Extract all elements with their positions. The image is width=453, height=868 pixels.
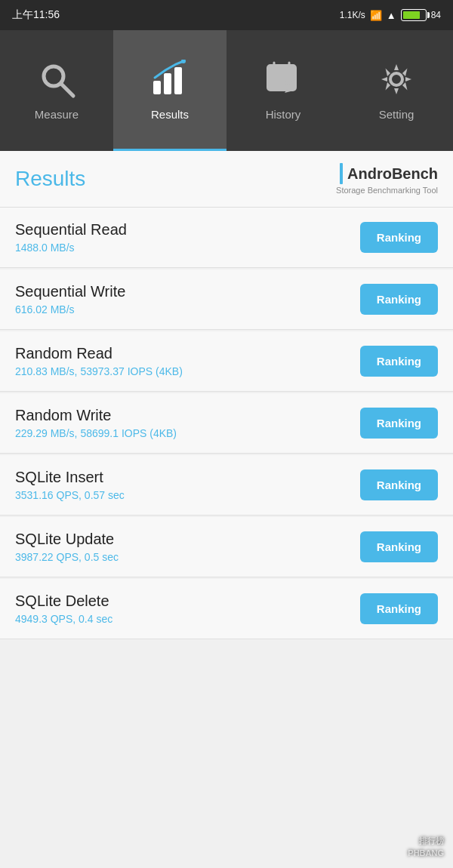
benchmark-row: Sequential Write616.02 MB/sRanking: [0, 269, 453, 330]
svg-rect-12: [273, 84, 279, 87]
benchmark-value: 3531.16 QPS, 0.57 sec: [15, 489, 125, 501]
benchmark-info: Random Read210.83 MB/s, 53973.37 IOPS (4…: [15, 345, 183, 377]
battery-indicator: [401, 9, 427, 21]
tab-setting[interactable]: Setting: [340, 30, 453, 151]
svg-rect-11: [282, 76, 288, 81]
benchmark-info: Sequential Write616.02 MB/s: [15, 283, 125, 315]
brand-name: AndroBench: [340, 163, 438, 184]
svg-rect-4: [174, 67, 182, 94]
network-speed: 1.1K/s: [340, 10, 365, 20]
benchmark-name: Random Write: [15, 407, 177, 424]
benchmark-name: Sequential Write: [15, 283, 125, 300]
tab-results[interactable]: Results: [113, 30, 226, 151]
status-bar: 上午11:56 1.1K/s 📶 ▲ 84: [0, 0, 453, 30]
benchmark-info: Sequential Read1488.0 MB/s: [15, 221, 127, 254]
status-right: 1.1K/s 📶 ▲ 84: [340, 9, 441, 21]
main-content: Results AndroBench Storage Benchmarking …: [0, 151, 453, 868]
nav-tabs: Measure Results: [0, 30, 453, 151]
ranking-button[interactable]: Ranking: [360, 222, 438, 253]
battery-fill: [403, 11, 420, 19]
brand-bar-decoration: [340, 163, 343, 184]
svg-rect-10: [273, 76, 279, 81]
ranking-button[interactable]: Ranking: [360, 593, 438, 624]
benchmark-info: Random Write229.29 MB/s, 58699.1 IOPS (4…: [15, 407, 177, 439]
ranking-button[interactable]: Ranking: [360, 346, 438, 377]
ranking-button[interactable]: Ranking: [360, 469, 438, 500]
benchmark-name: SQLite Update: [15, 531, 119, 548]
tab-history[interactable]: History: [226, 30, 340, 151]
wifi-icon: ▲: [387, 10, 396, 21]
brand-sub: Storage Benchmarking Tool: [336, 186, 438, 195]
benchmark-row: SQLite Delete4949.3 QPS, 0.4 secRanking: [0, 579, 453, 639]
benchmark-list: Sequential Read1488.0 MB/sRankingSequent…: [0, 208, 453, 639]
tab-measure[interactable]: Measure: [0, 30, 113, 151]
chart-icon: [149, 58, 191, 100]
benchmark-name: Sequential Read: [15, 221, 127, 239]
svg-rect-2: [153, 81, 161, 94]
ranking-button[interactable]: Ranking: [360, 284, 438, 315]
watermark: 排行榜 PHBANG: [408, 836, 444, 859]
tab-measure-label: Measure: [35, 108, 79, 121]
tab-history-label: History: [266, 108, 301, 121]
benchmark-row: SQLite Update3987.22 QPS, 0.5 secRanking: [0, 517, 453, 577]
benchmark-row: SQLite Insert3531.16 QPS, 0.57 secRankin…: [0, 455, 453, 516]
ranking-button[interactable]: Ranking: [360, 531, 438, 562]
benchmark-value: 1488.0 MB/s: [15, 242, 127, 254]
history-icon: [262, 58, 304, 100]
brand-block: AndroBench Storage Benchmarking Tool: [336, 163, 438, 195]
svg-point-15: [390, 73, 402, 85]
battery-percent: 84: [431, 10, 441, 20]
ranking-button[interactable]: Ranking: [360, 408, 438, 439]
benchmark-row: Random Write229.29 MB/s, 58699.1 IOPS (4…: [0, 393, 453, 454]
benchmark-value: 4949.3 QPS, 0.4 sec: [15, 613, 112, 625]
benchmark-row: Random Read210.83 MB/s, 53973.37 IOPS (4…: [0, 331, 453, 392]
benchmark-name: SQLite Delete: [15, 593, 112, 610]
svg-rect-3: [164, 73, 171, 94]
tab-results-label: Results: [151, 108, 189, 121]
signal-icon: 📶: [370, 10, 382, 21]
benchmark-info: SQLite Delete4949.3 QPS, 0.4 sec: [15, 593, 112, 625]
benchmark-value: 616.02 MB/s: [15, 303, 125, 315]
benchmark-info: SQLite Insert3531.16 QPS, 0.57 sec: [15, 469, 125, 501]
benchmark-info: SQLite Update3987.22 QPS, 0.5 sec: [15, 531, 119, 563]
results-title: Results: [15, 167, 85, 191]
search-icon: [35, 58, 78, 100]
benchmark-name: Random Read: [15, 345, 183, 362]
svg-line-1: [61, 84, 73, 96]
benchmark-value: 3987.22 QPS, 0.5 sec: [15, 551, 119, 563]
benchmark-row: Sequential Read1488.0 MB/sRanking: [0, 208, 453, 268]
results-header: Results AndroBench Storage Benchmarking …: [0, 151, 453, 208]
status-time: 上午11:56: [12, 8, 60, 22]
benchmark-name: SQLite Insert: [15, 469, 125, 486]
tab-setting-label: Setting: [379, 108, 414, 121]
gear-icon: [375, 58, 418, 100]
benchmark-value: 210.83 MB/s, 53973.37 IOPS (4KB): [15, 365, 183, 377]
benchmark-value: 229.29 MB/s, 58699.1 IOPS (4KB): [15, 427, 177, 439]
